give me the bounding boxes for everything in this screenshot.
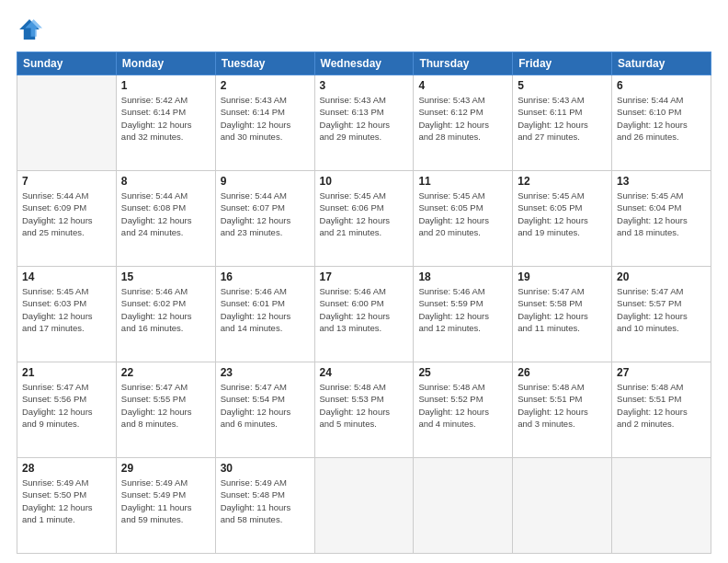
- day-cell: 7Sunrise: 5:44 AM Sunset: 6:09 PM Daylig…: [17, 171, 117, 267]
- day-number: 26: [518, 366, 607, 379]
- day-cell: 12Sunrise: 5:45 AM Sunset: 6:05 PM Dayli…: [513, 171, 612, 267]
- day-cell: 17Sunrise: 5:46 AM Sunset: 6:00 PM Dayli…: [314, 267, 414, 362]
- calendar-page: SundayMondayTuesdayWednesdayThursdayFrid…: [0, 0, 728, 563]
- day-number: 27: [617, 366, 706, 379]
- day-info: Sunrise: 5:45 AM Sunset: 6:05 PM Dayligh…: [418, 190, 507, 238]
- day-info: Sunrise: 5:47 AM Sunset: 5:58 PM Dayligh…: [518, 285, 607, 334]
- weekday-header-friday: Friday: [513, 52, 612, 75]
- day-info: Sunrise: 5:46 AM Sunset: 6:00 PM Dayligh…: [320, 285, 409, 334]
- day-info: Sunrise: 5:43 AM Sunset: 6:12 PM Dayligh…: [418, 94, 507, 143]
- day-info: Sunrise: 5:43 AM Sunset: 6:14 PM Dayligh…: [221, 94, 310, 143]
- day-number: 19: [518, 270, 607, 283]
- day-number: 28: [22, 462, 111, 475]
- calendar-table: SundayMondayTuesdayWednesdayThursdayFrid…: [17, 52, 711, 554]
- day-number: 8: [121, 175, 210, 188]
- day-cell: [414, 458, 513, 554]
- day-info: Sunrise: 5:49 AM Sunset: 5:48 PM Dayligh…: [221, 477, 310, 525]
- day-cell: 27Sunrise: 5:48 AM Sunset: 5:51 PM Dayli…: [612, 362, 711, 458]
- day-cell: 28Sunrise: 5:49 AM Sunset: 5:50 PM Dayli…: [17, 458, 117, 554]
- day-cell: 9Sunrise: 5:44 AM Sunset: 6:07 PM Daylig…: [215, 171, 314, 267]
- day-info: Sunrise: 5:43 AM Sunset: 6:11 PM Dayligh…: [518, 94, 607, 143]
- week-row-1: 1Sunrise: 5:42 AM Sunset: 6:14 PM Daylig…: [17, 75, 711, 171]
- weekday-header-thursday: Thursday: [414, 52, 513, 75]
- week-row-3: 14Sunrise: 5:45 AM Sunset: 6:03 PM Dayli…: [17, 267, 711, 362]
- weekday-header-sunday: Sunday: [17, 52, 117, 75]
- day-info: Sunrise: 5:45 AM Sunset: 6:04 PM Dayligh…: [617, 190, 706, 238]
- day-number: 9: [221, 175, 310, 188]
- day-cell: 21Sunrise: 5:47 AM Sunset: 5:56 PM Dayli…: [17, 362, 117, 458]
- day-info: Sunrise: 5:48 AM Sunset: 5:52 PM Dayligh…: [418, 381, 507, 430]
- day-info: Sunrise: 5:43 AM Sunset: 6:13 PM Dayligh…: [320, 94, 409, 143]
- day-info: Sunrise: 5:48 AM Sunset: 5:51 PM Dayligh…: [518, 381, 607, 430]
- weekday-header-wednesday: Wednesday: [314, 52, 414, 75]
- logo-icon: [17, 17, 42, 42]
- day-info: Sunrise: 5:42 AM Sunset: 6:14 PM Dayligh…: [121, 94, 210, 143]
- day-cell: 30Sunrise: 5:49 AM Sunset: 5:48 PM Dayli…: [215, 458, 314, 554]
- day-cell: 11Sunrise: 5:45 AM Sunset: 6:05 PM Dayli…: [414, 171, 513, 267]
- day-cell: 18Sunrise: 5:46 AM Sunset: 5:59 PM Dayli…: [414, 267, 513, 362]
- day-cell: 13Sunrise: 5:45 AM Sunset: 6:04 PM Dayli…: [612, 171, 711, 267]
- day-info: Sunrise: 5:44 AM Sunset: 6:09 PM Dayligh…: [22, 190, 111, 238]
- day-number: 12: [518, 175, 607, 188]
- day-info: Sunrise: 5:44 AM Sunset: 6:10 PM Dayligh…: [617, 94, 706, 143]
- day-info: Sunrise: 5:46 AM Sunset: 6:01 PM Dayligh…: [221, 285, 310, 334]
- day-cell: 14Sunrise: 5:45 AM Sunset: 6:03 PM Dayli…: [17, 267, 117, 362]
- day-info: Sunrise: 5:48 AM Sunset: 5:53 PM Dayligh…: [320, 381, 409, 430]
- day-info: Sunrise: 5:47 AM Sunset: 5:56 PM Dayligh…: [22, 381, 111, 430]
- weekday-header-monday: Monday: [116, 52, 215, 75]
- day-number: 30: [221, 462, 310, 475]
- day-cell: 4Sunrise: 5:43 AM Sunset: 6:12 PM Daylig…: [414, 75, 513, 171]
- day-number: 11: [418, 175, 507, 188]
- day-number: 22: [121, 366, 210, 379]
- weekday-header-tuesday: Tuesday: [215, 52, 314, 75]
- day-number: 24: [320, 366, 409, 379]
- day-cell: 15Sunrise: 5:46 AM Sunset: 6:02 PM Dayli…: [116, 267, 215, 362]
- day-number: 6: [617, 79, 706, 92]
- day-number: 20: [617, 270, 706, 283]
- week-row-4: 21Sunrise: 5:47 AM Sunset: 5:56 PM Dayli…: [17, 362, 711, 458]
- day-cell: 10Sunrise: 5:45 AM Sunset: 6:06 PM Dayli…: [314, 171, 414, 267]
- day-cell: 20Sunrise: 5:47 AM Sunset: 5:57 PM Dayli…: [612, 267, 711, 362]
- day-number: 18: [418, 270, 507, 283]
- day-cell: 22Sunrise: 5:47 AM Sunset: 5:55 PM Dayli…: [116, 362, 215, 458]
- day-info: Sunrise: 5:44 AM Sunset: 6:07 PM Dayligh…: [221, 190, 310, 238]
- day-info: Sunrise: 5:48 AM Sunset: 5:51 PM Dayligh…: [617, 381, 706, 430]
- day-info: Sunrise: 5:49 AM Sunset: 5:50 PM Dayligh…: [22, 477, 111, 525]
- day-info: Sunrise: 5:47 AM Sunset: 5:57 PM Dayligh…: [617, 285, 706, 334]
- day-number: 15: [121, 270, 210, 283]
- day-info: Sunrise: 5:46 AM Sunset: 6:02 PM Dayligh…: [121, 285, 210, 334]
- day-number: 4: [418, 79, 507, 92]
- day-number: 3: [320, 79, 409, 92]
- day-cell: 8Sunrise: 5:44 AM Sunset: 6:08 PM Daylig…: [116, 171, 215, 267]
- day-cell: [612, 458, 711, 554]
- weekday-header-saturday: Saturday: [612, 52, 711, 75]
- day-cell: 25Sunrise: 5:48 AM Sunset: 5:52 PM Dayli…: [414, 362, 513, 458]
- weekday-header-row: SundayMondayTuesdayWednesdayThursdayFrid…: [17, 52, 711, 75]
- day-number: 14: [22, 270, 111, 283]
- day-cell: 5Sunrise: 5:43 AM Sunset: 6:11 PM Daylig…: [513, 75, 612, 171]
- day-cell: 6Sunrise: 5:44 AM Sunset: 6:10 PM Daylig…: [612, 75, 711, 171]
- day-number: 23: [221, 366, 310, 379]
- day-cell: 24Sunrise: 5:48 AM Sunset: 5:53 PM Dayli…: [314, 362, 414, 458]
- day-cell: 19Sunrise: 5:47 AM Sunset: 5:58 PM Dayli…: [513, 267, 612, 362]
- day-info: Sunrise: 5:45 AM Sunset: 6:05 PM Dayligh…: [518, 190, 607, 238]
- day-info: Sunrise: 5:44 AM Sunset: 6:08 PM Dayligh…: [121, 190, 210, 238]
- day-info: Sunrise: 5:47 AM Sunset: 5:55 PM Dayligh…: [121, 381, 210, 430]
- day-info: Sunrise: 5:49 AM Sunset: 5:49 PM Dayligh…: [121, 477, 210, 525]
- day-cell: [513, 458, 612, 554]
- header: [17, 17, 711, 42]
- day-number: 29: [121, 462, 210, 475]
- day-number: 10: [320, 175, 409, 188]
- week-row-5: 28Sunrise: 5:49 AM Sunset: 5:50 PM Dayli…: [17, 458, 711, 554]
- day-number: 7: [22, 175, 111, 188]
- day-number: 16: [221, 270, 310, 283]
- day-cell: 3Sunrise: 5:43 AM Sunset: 6:13 PM Daylig…: [314, 75, 414, 171]
- day-info: Sunrise: 5:46 AM Sunset: 5:59 PM Dayligh…: [418, 285, 507, 334]
- day-number: 21: [22, 366, 111, 379]
- day-info: Sunrise: 5:45 AM Sunset: 6:03 PM Dayligh…: [22, 285, 111, 334]
- day-cell: [314, 458, 414, 554]
- day-number: 5: [518, 79, 607, 92]
- day-info: Sunrise: 5:45 AM Sunset: 6:06 PM Dayligh…: [320, 190, 409, 238]
- day-cell: 26Sunrise: 5:48 AM Sunset: 5:51 PM Dayli…: [513, 362, 612, 458]
- day-number: 2: [221, 79, 310, 92]
